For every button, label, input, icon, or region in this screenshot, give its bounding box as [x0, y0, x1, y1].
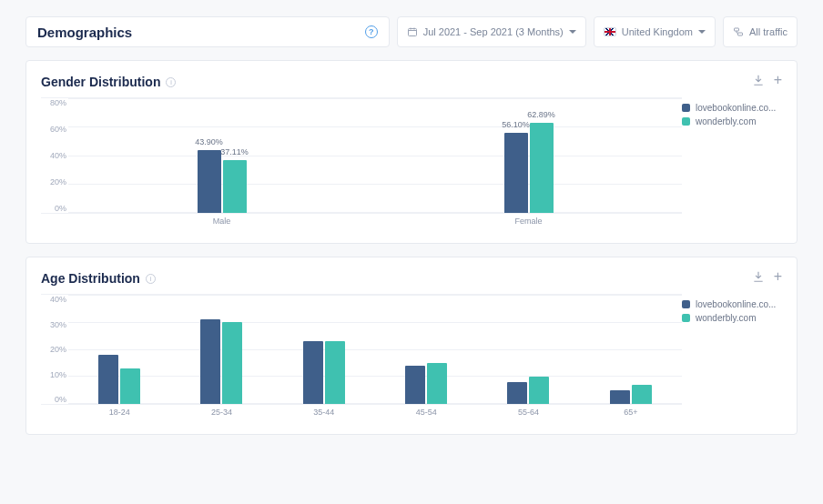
chart-legend: lovebookonline.co... wonderbly.com: [682, 97, 782, 234]
x-axis-label: Female: [375, 217, 682, 226]
country-picker[interactable]: United Kingdom: [594, 16, 716, 47]
chevron-down-icon: [569, 30, 576, 34]
expand-icon[interactable]: +: [774, 270, 782, 287]
help-icon[interactable]: ?: [365, 25, 378, 38]
download-icon[interactable]: [752, 270, 765, 287]
bar: 56.10%: [504, 133, 528, 213]
card-title: Gender Distribution: [41, 75, 160, 89]
legend-item: lovebookonline.co...: [682, 103, 782, 113]
bar-value-label: 56.10%: [502, 120, 530, 129]
x-axis-label: Male: [68, 217, 375, 226]
uk-flag-icon: [604, 27, 616, 36]
svg-rect-2: [738, 33, 743, 35]
age-chart: 40%30%20%10%0% 18-2425-3435-4445-5455-64…: [41, 294, 682, 425]
bar: 37.11%: [223, 160, 247, 213]
calendar-icon: [407, 26, 418, 37]
legend-label: wonderbly.com: [696, 116, 757, 126]
bar: [405, 366, 425, 404]
bar: [200, 319, 220, 404]
legend-label: wonderbly.com: [696, 313, 757, 323]
bar-value-label: 43.90%: [195, 137, 223, 146]
bar: [120, 368, 140, 404]
x-axis-label: 55-64: [477, 408, 579, 417]
legend-label: lovebookonline.co...: [696, 299, 776, 309]
bar: [529, 377, 549, 404]
page-header: Demographics ?: [25, 16, 390, 47]
bar: 43.90%: [198, 150, 221, 213]
x-axis-label: 25-34: [170, 408, 272, 417]
x-axis-label: 18-24: [68, 408, 170, 417]
x-axis-label: 35-44: [273, 408, 375, 417]
bar: [610, 390, 630, 404]
date-range-picker[interactable]: Jul 2021 - Sep 2021 (3 Months): [397, 16, 586, 47]
country-label: United Kingdom: [622, 26, 693, 37]
x-axis-label: 65+: [580, 408, 682, 417]
bar: 62.89%: [530, 123, 554, 213]
bar-value-label: 37.11%: [220, 147, 249, 156]
legend-item: wonderbly.com: [682, 116, 782, 126]
chevron-down-icon: [698, 30, 706, 34]
x-axis-label: 45-54: [375, 408, 477, 417]
gender-distribution-card: Gender Distribution i + 80%60%40%20%0% 4…: [25, 60, 798, 244]
bar: [325, 341, 345, 404]
gender-chart: 80%60%40%20%0% 43.90%37.11%56.10%62.89% …: [41, 97, 682, 234]
bar-value-label: 62.89%: [527, 110, 555, 119]
bar: [222, 322, 242, 404]
svg-rect-1: [735, 28, 739, 31]
legend-item: lovebookonline.co...: [682, 299, 782, 309]
card-title: Age Distribution: [41, 271, 140, 286]
bar: [303, 341, 323, 404]
bar: [632, 385, 652, 404]
legend-swatch-a: [682, 104, 690, 112]
chart-legend: lovebookonline.co... wonderbly.com: [682, 294, 782, 425]
bar: [427, 363, 447, 404]
legend-swatch-b: [682, 314, 690, 322]
date-range-label: Jul 2021 - Sep 2021 (3 Months): [423, 26, 564, 37]
traffic-filter-picker[interactable]: All traffic: [723, 16, 798, 47]
info-icon[interactable]: i: [166, 77, 176, 87]
svg-rect-0: [408, 29, 416, 36]
legend-label: lovebookonline.co...: [696, 103, 776, 113]
legend-swatch-b: [682, 117, 690, 126]
expand-icon[interactable]: +: [774, 74, 782, 90]
filter-icon: [733, 26, 744, 37]
info-icon[interactable]: i: [146, 274, 156, 284]
bar: [507, 382, 527, 404]
bar: [98, 355, 118, 404]
legend-item: wonderbly.com: [682, 313, 782, 323]
age-distribution-card: Age Distribution i + 40%30%20%10%0% 18-2…: [25, 257, 798, 435]
download-icon[interactable]: [752, 74, 765, 90]
legend-swatch-a: [682, 300, 690, 308]
page-title: Demographics: [37, 25, 132, 40]
traffic-filter-label: All traffic: [749, 26, 787, 37]
